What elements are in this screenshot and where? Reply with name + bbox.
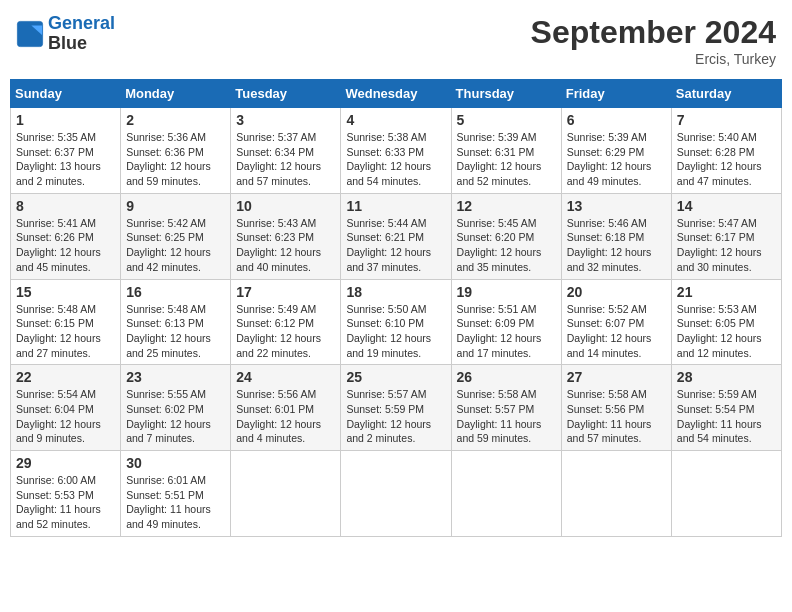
day-number: 26: [457, 369, 556, 385]
calendar-cell: 1Sunrise: 5:35 AMSunset: 6:37 PMDaylight…: [11, 108, 121, 194]
calendar-cell: 20Sunrise: 5:52 AMSunset: 6:07 PMDayligh…: [561, 279, 671, 365]
calendar-cell: 9Sunrise: 5:42 AMSunset: 6:25 PMDaylight…: [121, 193, 231, 279]
day-number: 10: [236, 198, 335, 214]
calendar-cell: [341, 451, 451, 537]
calendar-cell: 13Sunrise: 5:46 AMSunset: 6:18 PMDayligh…: [561, 193, 671, 279]
day-detail: Sunrise: 5:49 AMSunset: 6:12 PMDaylight:…: [236, 302, 335, 361]
month-title: September 2024: [531, 14, 776, 51]
calendar-cell: 19Sunrise: 5:51 AMSunset: 6:09 PMDayligh…: [451, 279, 561, 365]
day-detail: Sunrise: 5:42 AMSunset: 6:25 PMDaylight:…: [126, 216, 225, 275]
day-number: 14: [677, 198, 776, 214]
weekday-header-tuesday: Tuesday: [231, 80, 341, 108]
calendar-cell: 14Sunrise: 5:47 AMSunset: 6:17 PMDayligh…: [671, 193, 781, 279]
calendar-cell: 29Sunrise: 6:00 AMSunset: 5:53 PMDayligh…: [11, 451, 121, 537]
weekday-header-thursday: Thursday: [451, 80, 561, 108]
day-number: 22: [16, 369, 115, 385]
calendar-week-row: 15Sunrise: 5:48 AMSunset: 6:15 PMDayligh…: [11, 279, 782, 365]
day-detail: Sunrise: 5:40 AMSunset: 6:28 PMDaylight:…: [677, 130, 776, 189]
logo-text: GeneralBlue: [48, 14, 115, 54]
weekday-header-wednesday: Wednesday: [341, 80, 451, 108]
weekday-header-friday: Friday: [561, 80, 671, 108]
day-number: 11: [346, 198, 445, 214]
day-detail: Sunrise: 5:41 AMSunset: 6:26 PMDaylight:…: [16, 216, 115, 275]
day-number: 18: [346, 284, 445, 300]
calendar-cell: 21Sunrise: 5:53 AMSunset: 6:05 PMDayligh…: [671, 279, 781, 365]
calendar-cell: [451, 451, 561, 537]
day-detail: Sunrise: 5:46 AMSunset: 6:18 PMDaylight:…: [567, 216, 666, 275]
day-number: 1: [16, 112, 115, 128]
calendar-cell: 10Sunrise: 5:43 AMSunset: 6:23 PMDayligh…: [231, 193, 341, 279]
day-number: 9: [126, 198, 225, 214]
day-number: 3: [236, 112, 335, 128]
day-number: 23: [126, 369, 225, 385]
calendar-cell: 12Sunrise: 5:45 AMSunset: 6:20 PMDayligh…: [451, 193, 561, 279]
day-number: 30: [126, 455, 225, 471]
day-detail: Sunrise: 5:51 AMSunset: 6:09 PMDaylight:…: [457, 302, 556, 361]
day-detail: Sunrise: 5:36 AMSunset: 6:36 PMDaylight:…: [126, 130, 225, 189]
weekday-header-sunday: Sunday: [11, 80, 121, 108]
title-area: September 2024 Ercis, Turkey: [531, 14, 776, 67]
day-detail: Sunrise: 5:45 AMSunset: 6:20 PMDaylight:…: [457, 216, 556, 275]
weekday-header-saturday: Saturday: [671, 80, 781, 108]
calendar-cell: 24Sunrise: 5:56 AMSunset: 6:01 PMDayligh…: [231, 365, 341, 451]
day-number: 8: [16, 198, 115, 214]
calendar-cell: 26Sunrise: 5:58 AMSunset: 5:57 PMDayligh…: [451, 365, 561, 451]
day-number: 15: [16, 284, 115, 300]
day-detail: Sunrise: 5:55 AMSunset: 6:02 PMDaylight:…: [126, 387, 225, 446]
calendar-cell: [671, 451, 781, 537]
calendar-cell: 28Sunrise: 5:59 AMSunset: 5:54 PMDayligh…: [671, 365, 781, 451]
calendar-cell: 5Sunrise: 5:39 AMSunset: 6:31 PMDaylight…: [451, 108, 561, 194]
day-detail: Sunrise: 5:39 AMSunset: 6:29 PMDaylight:…: [567, 130, 666, 189]
day-detail: Sunrise: 5:50 AMSunset: 6:10 PMDaylight:…: [346, 302, 445, 361]
day-number: 17: [236, 284, 335, 300]
location: Ercis, Turkey: [531, 51, 776, 67]
calendar-week-row: 1Sunrise: 5:35 AMSunset: 6:37 PMDaylight…: [11, 108, 782, 194]
calendar-cell: 16Sunrise: 5:48 AMSunset: 6:13 PMDayligh…: [121, 279, 231, 365]
day-number: 12: [457, 198, 556, 214]
day-detail: Sunrise: 6:00 AMSunset: 5:53 PMDaylight:…: [16, 473, 115, 532]
calendar-cell: 30Sunrise: 6:01 AMSunset: 5:51 PMDayligh…: [121, 451, 231, 537]
day-detail: Sunrise: 5:48 AMSunset: 6:13 PMDaylight:…: [126, 302, 225, 361]
day-number: 24: [236, 369, 335, 385]
day-number: 5: [457, 112, 556, 128]
day-detail: Sunrise: 5:53 AMSunset: 6:05 PMDaylight:…: [677, 302, 776, 361]
day-detail: Sunrise: 5:44 AMSunset: 6:21 PMDaylight:…: [346, 216, 445, 275]
calendar-cell: 27Sunrise: 5:58 AMSunset: 5:56 PMDayligh…: [561, 365, 671, 451]
day-number: 25: [346, 369, 445, 385]
calendar-header-row: SundayMondayTuesdayWednesdayThursdayFrid…: [11, 80, 782, 108]
day-detail: Sunrise: 5:47 AMSunset: 6:17 PMDaylight:…: [677, 216, 776, 275]
day-detail: Sunrise: 5:37 AMSunset: 6:34 PMDaylight:…: [236, 130, 335, 189]
calendar-cell: 8Sunrise: 5:41 AMSunset: 6:26 PMDaylight…: [11, 193, 121, 279]
calendar-cell: 25Sunrise: 5:57 AMSunset: 5:59 PMDayligh…: [341, 365, 451, 451]
calendar-cell: 3Sunrise: 5:37 AMSunset: 6:34 PMDaylight…: [231, 108, 341, 194]
day-detail: Sunrise: 5:54 AMSunset: 6:04 PMDaylight:…: [16, 387, 115, 446]
calendar-week-row: 8Sunrise: 5:41 AMSunset: 6:26 PMDaylight…: [11, 193, 782, 279]
calendar-cell: 23Sunrise: 5:55 AMSunset: 6:02 PMDayligh…: [121, 365, 231, 451]
logo-icon: [16, 20, 44, 48]
day-number: 29: [16, 455, 115, 471]
calendar-cell: 2Sunrise: 5:36 AMSunset: 6:36 PMDaylight…: [121, 108, 231, 194]
day-number: 13: [567, 198, 666, 214]
page-header: GeneralBlue September 2024 Ercis, Turkey: [10, 10, 782, 71]
day-number: 28: [677, 369, 776, 385]
day-detail: Sunrise: 5:43 AMSunset: 6:23 PMDaylight:…: [236, 216, 335, 275]
day-detail: Sunrise: 6:01 AMSunset: 5:51 PMDaylight:…: [126, 473, 225, 532]
calendar-cell: [231, 451, 341, 537]
calendar-cell: 6Sunrise: 5:39 AMSunset: 6:29 PMDaylight…: [561, 108, 671, 194]
day-detail: Sunrise: 5:59 AMSunset: 5:54 PMDaylight:…: [677, 387, 776, 446]
day-detail: Sunrise: 5:39 AMSunset: 6:31 PMDaylight:…: [457, 130, 556, 189]
calendar-week-row: 22Sunrise: 5:54 AMSunset: 6:04 PMDayligh…: [11, 365, 782, 451]
day-number: 6: [567, 112, 666, 128]
svg-rect-0: [17, 21, 42, 46]
calendar-cell: 22Sunrise: 5:54 AMSunset: 6:04 PMDayligh…: [11, 365, 121, 451]
day-detail: Sunrise: 5:58 AMSunset: 5:56 PMDaylight:…: [567, 387, 666, 446]
logo: GeneralBlue: [16, 14, 115, 54]
day-detail: Sunrise: 5:38 AMSunset: 6:33 PMDaylight:…: [346, 130, 445, 189]
day-number: 16: [126, 284, 225, 300]
day-number: 21: [677, 284, 776, 300]
day-detail: Sunrise: 5:52 AMSunset: 6:07 PMDaylight:…: [567, 302, 666, 361]
day-detail: Sunrise: 5:57 AMSunset: 5:59 PMDaylight:…: [346, 387, 445, 446]
day-number: 2: [126, 112, 225, 128]
calendar-cell: 17Sunrise: 5:49 AMSunset: 6:12 PMDayligh…: [231, 279, 341, 365]
weekday-header-monday: Monday: [121, 80, 231, 108]
